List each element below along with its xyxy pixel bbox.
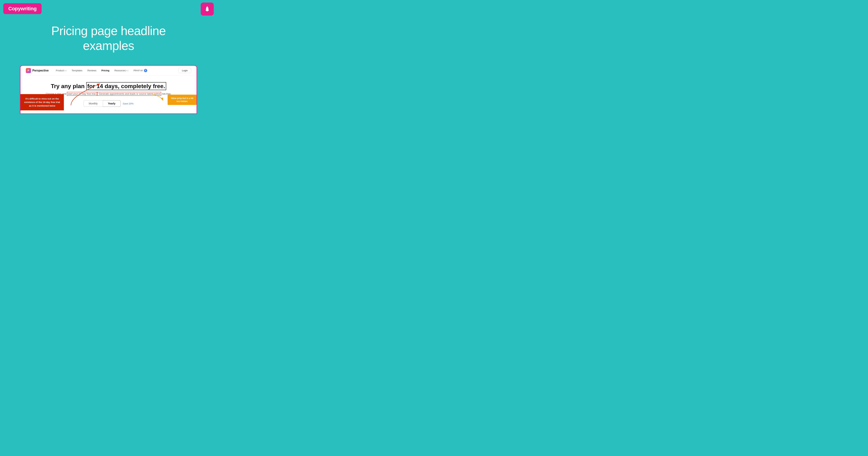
nav-product[interactable]: Product › bbox=[56, 69, 66, 72]
copywriting-badge: Copywriting bbox=[3, 3, 41, 14]
browser-mockup: P Perspective Product › Templates Review… bbox=[20, 65, 197, 114]
red-annotation-text: it's difficult to miss-out on the existe… bbox=[24, 97, 60, 107]
flame-icon-button[interactable] bbox=[201, 3, 214, 16]
subtext-part3: Generate appointments and leads or sourc… bbox=[97, 92, 161, 96]
logo-letter: P bbox=[28, 69, 29, 72]
red-annotation: it's difficult to miss-out on the existe… bbox=[21, 94, 64, 111]
nav-reviews[interactable]: Reviews bbox=[88, 69, 96, 72]
nav-templates[interactable]: Templates bbox=[72, 69, 82, 72]
main-heading: Pricing page headline examples bbox=[0, 24, 217, 53]
monthly-toggle[interactable]: Monthly bbox=[84, 100, 103, 107]
save-label: Save 20% bbox=[123, 102, 133, 105]
pricing-content: Try any plan for 14 days, completely fre… bbox=[21, 76, 196, 110]
nav-pricing[interactable]: Pricing bbox=[101, 69, 110, 72]
orange-annotation-text: Value prop but is a bit too hidden bbox=[171, 97, 193, 103]
about-badge: 6 bbox=[144, 69, 147, 72]
heading-line2: examples bbox=[0, 38, 217, 53]
logo-text: Perspective bbox=[32, 69, 49, 72]
nav-resources[interactable]: Resources › bbox=[115, 69, 128, 72]
logo-icon: P bbox=[26, 68, 31, 73]
nav-logo: P Perspective bbox=[26, 68, 49, 73]
login-button[interactable]: Login bbox=[179, 68, 191, 73]
headline-part1: Try any plan bbox=[51, 83, 86, 89]
subtext-part2: start your 14-day free trial. bbox=[67, 92, 97, 96]
orange-annotation: Value prop but is a bit too hidden bbox=[167, 95, 196, 105]
badge-label: Copywriting bbox=[8, 6, 36, 11]
headline-part2: for 14 days, completely free. bbox=[86, 82, 166, 90]
navbar: P Perspective Product › Templates Review… bbox=[21, 66, 196, 76]
yearly-toggle[interactable]: Yearly bbox=[103, 100, 121, 107]
nav-about[interactable]: About us 6 bbox=[133, 69, 147, 72]
flame-icon bbox=[204, 6, 211, 12]
heading-line1: Pricing page headline bbox=[0, 24, 217, 38]
pricing-headline: Try any plan for 14 days, completely fre… bbox=[24, 83, 193, 90]
nav-links: Product › Templates Reviews Pricing Reso… bbox=[56, 69, 179, 72]
